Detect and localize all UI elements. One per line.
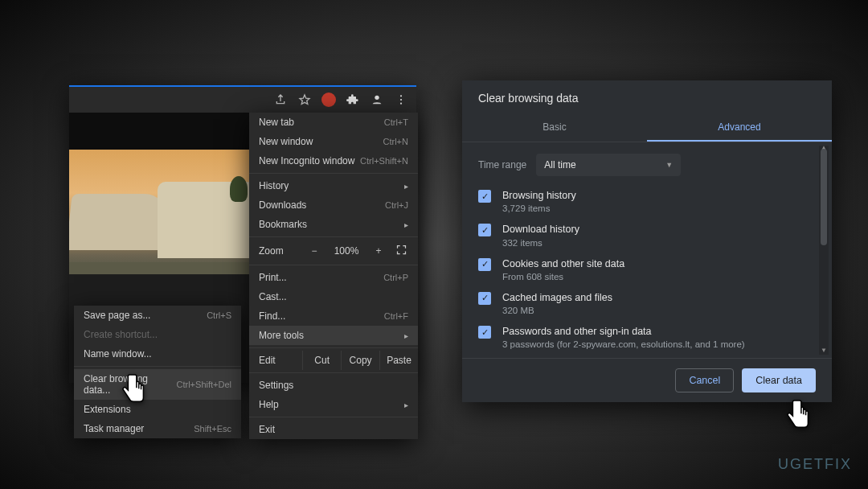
menu-edit-row: Edit Cut Copy Paste	[249, 351, 418, 370]
profile-icon[interactable]	[370, 92, 384, 107]
pointer-cursor-icon	[784, 398, 814, 437]
menu-bookmarks[interactable]: Bookmarks	[249, 215, 418, 234]
extensions-icon[interactable]	[346, 92, 360, 107]
browser-toolbar	[69, 87, 416, 113]
dialog-tabs: Basic Advanced	[462, 114, 832, 142]
menu-print[interactable]: Print...Ctrl+P	[249, 268, 418, 287]
share-icon[interactable]	[273, 92, 288, 107]
caret-down-icon: ▼	[665, 161, 673, 169]
menu-downloads[interactable]: DownloadsCtrl+J	[249, 195, 418, 215]
checkbox-icon[interactable]: ✓	[478, 224, 491, 236]
check-browsing-history[interactable]: ✓ Browsing history3,729 items	[478, 189, 816, 213]
edit-paste[interactable]: Paste	[379, 351, 418, 370]
time-range-label: Time range	[478, 159, 526, 171]
checkbox-icon[interactable]: ✓	[478, 326, 491, 339]
menu-incognito[interactable]: New Incognito windowCtrl+Shift+N	[249, 151, 418, 171]
scroll-down-icon[interactable]: ▼	[819, 347, 829, 356]
menu-exit[interactable]: Exit	[249, 420, 418, 439]
zoom-in-button[interactable]: +	[371, 245, 386, 257]
zoom-percent: 100%	[330, 245, 363, 257]
chrome-main-menu: New tabCtrl+T New windowCtrl+N New Incog…	[249, 113, 418, 439]
edit-copy[interactable]: Copy	[341, 351, 379, 370]
menu-new-tab[interactable]: New tabCtrl+T	[249, 113, 418, 132]
checkbox-icon[interactable]: ✓	[478, 292, 491, 305]
menu-find[interactable]: Find...Ctrl+F	[249, 306, 418, 326]
checkbox-icon[interactable]: ✓	[478, 190, 491, 203]
submenu-clear-browsing-data[interactable]: Clear browsing data...Ctrl+Shift+Del	[74, 369, 241, 400]
svg-point-0	[375, 96, 379, 100]
extension-adblock-icon[interactable]	[321, 92, 336, 107]
tab-basic[interactable]: Basic	[462, 114, 647, 142]
svg-point-1	[400, 95, 402, 97]
menu-help[interactable]: Help	[249, 395, 418, 414]
time-range-select[interactable]: All time ▼	[536, 154, 681, 176]
zoom-out-button[interactable]: −	[307, 245, 321, 257]
tab-advanced[interactable]: Advanced	[647, 114, 832, 142]
star-icon[interactable]	[297, 92, 312, 107]
submenu-create-shortcut: Create shortcut...	[74, 325, 241, 344]
check-download-history[interactable]: ✓ Download history332 items	[478, 223, 816, 247]
menu-zoom: Zoom − 100% +	[249, 240, 418, 262]
menu-cast[interactable]: Cast...	[249, 287, 418, 306]
clear-browsing-data-dialog: Clear browsing data Basic Advanced Time …	[462, 80, 832, 402]
edit-cut[interactable]: Cut	[302, 351, 341, 370]
submenu-task-manager[interactable]: Task managerShift+Esc	[74, 419, 241, 438]
checkbox-icon[interactable]: ✓	[478, 258, 491, 271]
fullscreen-icon[interactable]	[394, 244, 408, 258]
menu-new-window[interactable]: New windowCtrl+N	[249, 132, 418, 151]
clear-data-button[interactable]: Clear data	[742, 368, 816, 392]
kebab-menu-icon[interactable]	[394, 92, 408, 107]
submenu-extensions[interactable]: Extensions	[74, 400, 241, 419]
scrollbar[interactable]: ▲ ▼	[819, 146, 829, 355]
pointer-cursor-icon	[119, 372, 149, 411]
submenu-save-page[interactable]: Save page as...Ctrl+S	[74, 306, 241, 325]
menu-more-tools[interactable]: More tools	[249, 326, 418, 345]
submenu-name-window[interactable]: Name window...	[74, 344, 241, 364]
scrollbar-thumb[interactable]	[821, 149, 827, 245]
svg-point-2	[400, 99, 402, 101]
dialog-title: Clear browsing data	[462, 92, 832, 114]
svg-point-3	[400, 103, 402, 105]
check-cookies[interactable]: ✓ Cookies and other site dataFrom 608 si…	[478, 257, 816, 281]
menu-history[interactable]: History	[249, 176, 418, 195]
more-tools-submenu: Save page as...Ctrl+S Create shortcut...…	[74, 306, 241, 438]
watermark: UGETFIX	[778, 456, 852, 473]
cancel-button[interactable]: Cancel	[675, 368, 734, 392]
menu-settings[interactable]: Settings	[249, 376, 418, 395]
check-cache[interactable]: ✓ Cached images and files320 MB	[478, 291, 816, 315]
check-passwords[interactable]: ✓ Passwords and other sign-in data3 pass…	[478, 325, 816, 349]
